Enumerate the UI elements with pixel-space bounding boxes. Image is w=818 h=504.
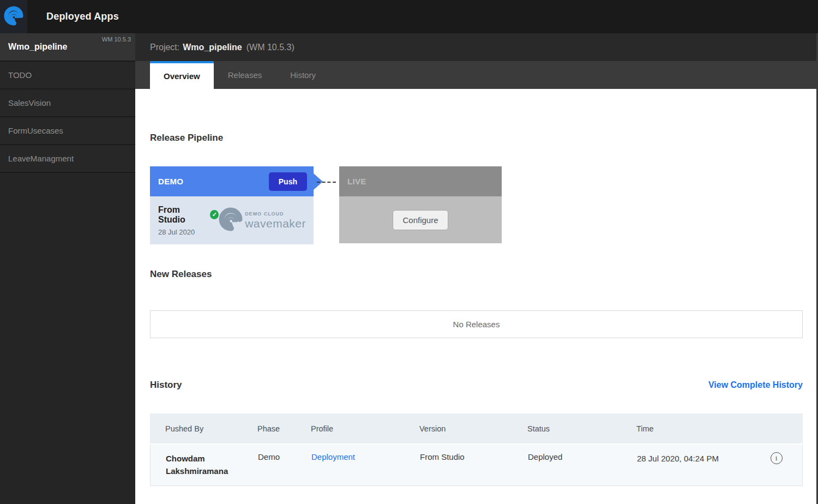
project-header-bar: Project: Wmo_pipeline (WM 10.5.3)	[135, 33, 818, 61]
no-releases-text: No Releases	[453, 320, 500, 329]
tab-bar: Overview Releases History	[135, 61, 818, 89]
column-header-version: Version	[419, 424, 527, 433]
tab-releases[interactable]: Releases	[214, 61, 276, 89]
pipeline-connector	[314, 166, 339, 244]
topbar: Deployed Apps	[0, 0, 818, 33]
sidebar-item-formusecases[interactable]: FormUsecases	[0, 117, 135, 145]
column-header-status: Status	[527, 424, 636, 433]
sidebar-item-label: SalesVision	[8, 98, 51, 107]
wavemaker-wave-icon	[4, 6, 23, 28]
info-icon[interactable]: i	[771, 452, 783, 464]
sidebar-item-salesvision[interactable]: SalesVision	[0, 89, 135, 117]
release-pipeline: DEMO Push From Studio ✓ 28 Jul 2020	[150, 166, 803, 244]
column-header-time: Time	[636, 424, 750, 433]
demo-stage-label: DEMO	[158, 177, 183, 186]
tab-overview[interactable]: Overview	[150, 61, 214, 89]
demo-stage-body: From Studio ✓ 28 Jul 2020	[150, 196, 314, 244]
wavemaker-brand-text: wavemaker	[245, 218, 306, 229]
deployment-profile-link[interactable]: Deployment	[311, 452, 355, 461]
new-releases-heading: New Releases	[150, 269, 803, 280]
page-title: Deployed Apps	[46, 11, 119, 22]
history-heading: History	[150, 380, 182, 391]
sidebar-item-todo[interactable]: TODO	[0, 62, 135, 89]
table-row: Chowdam Lakshmiramana Demo Deployment Fr…	[150, 445, 803, 486]
cell-pushed-by: Chowdam Lakshmiramana	[166, 452, 248, 478]
demo-stage-card: DEMO Push From Studio ✓ 28 Jul 2020	[150, 166, 314, 244]
cell-version: From Studio	[420, 452, 528, 461]
sidebar-item-version: WM 10.5.3	[102, 36, 131, 43]
tab-history[interactable]: History	[276, 61, 330, 89]
app-logo[interactable]	[0, 0, 27, 33]
main-area: Project: Wmo_pipeline (WM 10.5.3) Overvi…	[135, 33, 818, 503]
sidebar-item-label: Wmo_pipeline	[8, 42, 67, 52]
cell-status: Deployed	[528, 452, 637, 461]
success-check-icon: ✓	[210, 210, 219, 219]
wavemaker-wave-icon	[219, 207, 243, 233]
sidebar-item-wmo-pipeline[interactable]: WM 10.5.3 Wmo_pipeline	[0, 33, 135, 62]
live-stage-body: Configure	[339, 196, 502, 243]
sidebar-item-label: TODO	[8, 70, 32, 80]
overview-content: Release Pipeline DEMO Push From Studio ✓…	[135, 89, 818, 503]
sidebar: WM 10.5.3 Wmo_pipeline TODO SalesVision …	[0, 33, 135, 504]
column-header-phase: Phase	[257, 424, 311, 433]
demo-cloud-logo: DEMO CLOUD wavemaker	[219, 207, 306, 233]
cell-time: 28 Jul 2020, 04:24 PM	[637, 452, 719, 465]
live-stage-label: LIVE	[347, 177, 366, 186]
cell-phase: Demo	[258, 452, 311, 461]
view-complete-history-link[interactable]: View Complete History	[708, 380, 803, 390]
demo-stage-header: DEMO Push	[150, 166, 314, 196]
push-button[interactable]: Push	[269, 172, 307, 191]
demo-cloud-label: DEMO CLOUD	[245, 212, 306, 217]
live-stage-header: LIVE	[339, 166, 502, 196]
sidebar-item-label: LeaveManagment	[8, 154, 74, 163]
project-version: (WM 10.5.3)	[246, 43, 294, 52]
history-table: Pushed By Phase Profile Version Status T…	[150, 413, 803, 486]
dotted-connector-line	[317, 182, 336, 183]
column-header-profile: Profile	[311, 424, 419, 433]
configure-button[interactable]: Configure	[393, 210, 448, 230]
release-pipeline-heading: Release Pipeline	[150, 89, 803, 143]
project-label: Project:	[150, 43, 179, 52]
demo-source-label: From Studio	[158, 205, 206, 225]
sidebar-item-leavemanagment[interactable]: LeaveManagment	[0, 145, 135, 173]
sidebar-item-label: FormUsecases	[8, 126, 63, 135]
demo-deploy-date: 28 Jul 2020	[158, 228, 219, 236]
column-header-pushed-by: Pushed By	[150, 424, 257, 433]
history-table-header: Pushed By Phase Profile Version Status T…	[150, 413, 803, 443]
no-releases-box: No Releases	[150, 310, 803, 338]
live-stage-card: LIVE Configure	[339, 166, 502, 244]
project-name: Wmo_pipeline	[183, 43, 242, 52]
